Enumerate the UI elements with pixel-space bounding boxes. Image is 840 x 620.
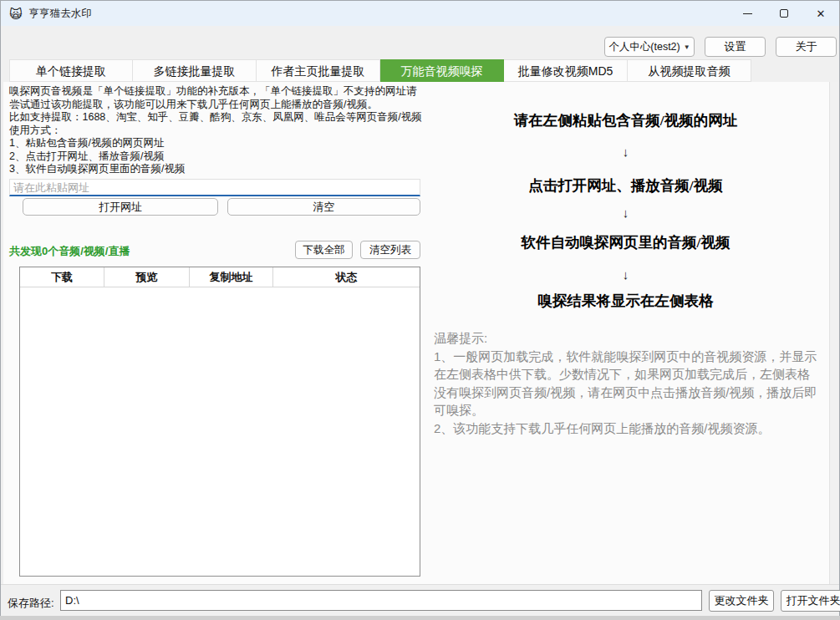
settings-button[interactable]: 设置 bbox=[705, 37, 766, 57]
table-header-copy-address: 复制地址 bbox=[190, 267, 273, 287]
open-folder-button-label: 打开文件夹 bbox=[787, 593, 840, 608]
table-header-status: 状态 bbox=[273, 267, 420, 287]
tab-multi-link-batch-extract[interactable]: 多链接批量提取 bbox=[133, 59, 257, 82]
app-window: 🙀 亨亨猫去水印 ✕ 个人中心(test2) ▼ 设置 关于 单个链接提取 多链… bbox=[0, 0, 840, 616]
about-button[interactable]: 关于 bbox=[776, 37, 837, 57]
step-paste-url: 请在左侧粘贴包含音频/视频的网址 bbox=[423, 110, 828, 130]
change-folder-button-label: 更改文件夹 bbox=[715, 593, 769, 608]
step-open-and-play: 点击打开网址、播放音频/视频 bbox=[423, 175, 828, 196]
chevron-down-icon: ▼ bbox=[684, 43, 690, 51]
arrow-down-icon: ↓ bbox=[423, 267, 828, 282]
clear-list-button[interactable]: 清空列表 bbox=[360, 241, 420, 259]
step-auto-sniff: 软件自动嗅探网页里的音频/视频 bbox=[423, 232, 828, 252]
table-header-preview: 预览 bbox=[104, 267, 190, 287]
tips-title: 温馨提示: bbox=[434, 329, 822, 348]
minimize-icon bbox=[743, 13, 752, 14]
found-count-status: 共发现0个音频/视频/直播 bbox=[9, 244, 130, 259]
feature-description: 嗅探网页音视频是「单个链接提取」功能的补充版本，「单个链接提取」不支持的网址请尝… bbox=[9, 85, 424, 176]
save-path-label: 保存路径: bbox=[8, 596, 54, 611]
window-title: 亨亨猫去水印 bbox=[29, 7, 92, 21]
save-path-input[interactable] bbox=[60, 590, 702, 611]
app-cat-icon: 🙀 bbox=[9, 8, 23, 20]
settings-button-label: 设置 bbox=[725, 39, 746, 54]
close-button[interactable]: ✕ bbox=[802, 1, 839, 26]
about-button-label: 关于 bbox=[796, 39, 817, 54]
account-menu-label: 个人中心(test2) bbox=[608, 40, 680, 54]
table-header-row: 下载 预览 复制地址 状态 bbox=[20, 267, 420, 287]
description-paragraph: 2、点击打开网址、播放音频/视频 bbox=[9, 150, 424, 164]
url-input[interactable] bbox=[9, 179, 420, 196]
description-paragraph: 1、粘贴包含音频/视频的网页网址 bbox=[9, 137, 424, 150]
maximize-button[interactable] bbox=[766, 1, 802, 26]
tab-batch-modify-video-md5[interactable]: 批量修改视频MD5 bbox=[504, 59, 628, 82]
account-menu-button[interactable]: 个人中心(test2) ▼ bbox=[604, 37, 695, 57]
sniff-results-table: 下载 预览 复制地址 状态 bbox=[19, 267, 420, 577]
tips-block: 温馨提示: 1、一般网页加载完成，软件就能嗅探到网页中的音视频资源，并显示在左侧… bbox=[434, 329, 822, 437]
minimize-button[interactable] bbox=[729, 1, 766, 26]
open-folder-button[interactable]: 打开文件夹 bbox=[781, 590, 840, 612]
tab-extract-audio-from-video[interactable]: 从视频提取音频 bbox=[628, 59, 751, 82]
tab-universal-av-sniffer[interactable]: 万能音视频嗅探 bbox=[380, 59, 504, 82]
description-paragraph: 使用方式： bbox=[9, 125, 424, 138]
step-results-shown: 嗅探结果将显示在左侧表格 bbox=[423, 291, 828, 311]
clear-url-button[interactable]: 清空 bbox=[227, 198, 420, 216]
open-url-button[interactable]: 打开网址 bbox=[23, 198, 218, 216]
clear-url-button-label: 清空 bbox=[313, 200, 335, 215]
description-paragraph: 嗅探网页音视频是「单个链接提取」功能的补充版本，「单个链接提取」不支持的网址请尝… bbox=[9, 85, 424, 111]
description-paragraph: 3、软件自动嗅探网页里面的音频/视频 bbox=[9, 163, 424, 176]
description-paragraph: 比如支持提取：1688、淘宝、知乎、豆瓣、酷狗、京东、凤凰网、唯品会等网页音频/… bbox=[9, 111, 424, 125]
tips-item: 1、一般网页加载完成，软件就能嗅探到网页中的音视频资源，并显示在左侧表格中供下载… bbox=[434, 348, 822, 419]
download-all-button[interactable]: 下载全部 bbox=[295, 241, 353, 259]
table-header-download: 下载 bbox=[20, 267, 104, 287]
clear-list-button-label: 清空列表 bbox=[369, 243, 411, 257]
tab-bar: 单个链接提取 多链接批量提取 作者主页批量提取 万能音视频嗅探 批量修改视频MD… bbox=[9, 59, 751, 82]
arrow-down-icon: ↓ bbox=[423, 145, 828, 159]
window-controls: ✕ bbox=[729, 1, 839, 26]
tips-item: 2、该功能支持下载几乎任何网页上能播放的音频/视频资源。 bbox=[434, 419, 822, 438]
download-all-button-label: 下载全部 bbox=[303, 243, 345, 257]
change-folder-button[interactable]: 更改文件夹 bbox=[709, 590, 774, 612]
tab-author-homepage-batch-extract[interactable]: 作者主页批量提取 bbox=[257, 59, 380, 82]
title-bar: 🙀 亨亨猫去水印 ✕ bbox=[1, 1, 839, 26]
scrollbar[interactable] bbox=[829, 82, 838, 584]
arrow-down-icon: ↓ bbox=[423, 206, 828, 220]
maximize-icon bbox=[780, 9, 788, 18]
tab-single-link-extract[interactable]: 单个链接提取 bbox=[9, 59, 133, 82]
open-url-button-label: 打开网址 bbox=[99, 200, 142, 215]
bottom-bar: 保存路径: 更改文件夹 打开文件夹 bbox=[1, 584, 839, 616]
desktop-strip bbox=[0, 616, 840, 620]
close-icon: ✕ bbox=[817, 8, 826, 19]
